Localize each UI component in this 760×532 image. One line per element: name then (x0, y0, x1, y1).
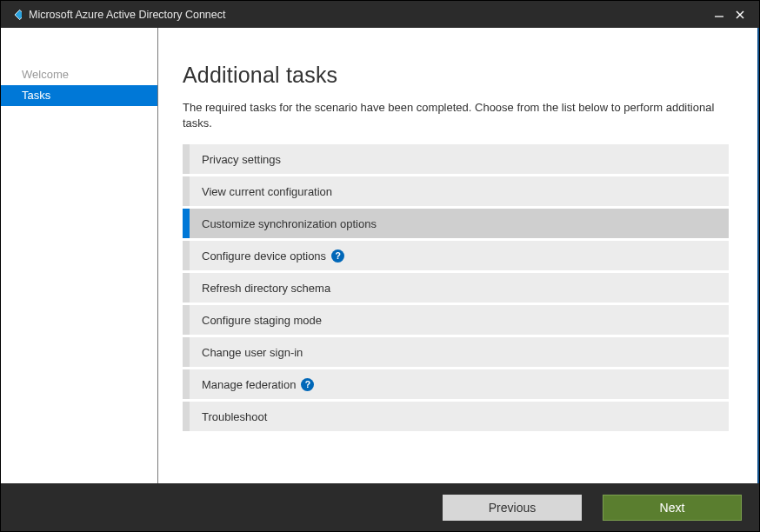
task-configure-staging-mode[interactable]: Configure staging mode (183, 305, 729, 335)
task-label: Change user sign-in (202, 346, 303, 359)
titlebar: Microsoft Azure Active Directory Connect (1, 1, 759, 28)
minimize-button[interactable] (709, 4, 730, 25)
previous-button[interactable]: Previous (443, 495, 582, 521)
task-view-current-configuration[interactable]: View current configuration (183, 176, 729, 206)
task-accent-bar (183, 176, 190, 206)
task-troubleshoot[interactable]: Troubleshoot (183, 402, 729, 431)
task-accent-bar (183, 337, 190, 367)
sidebar-item-label: Welcome (22, 68, 69, 81)
task-change-user-sign-in[interactable]: Change user sign-in (183, 337, 729, 367)
task-label: Refresh directory schema (202, 282, 330, 295)
task-manage-federation[interactable]: Manage federation ? (183, 369, 729, 399)
next-button[interactable]: Next (603, 495, 742, 521)
task-label: Configure device options (202, 249, 326, 263)
sidebar-item-welcome[interactable]: Welcome (1, 64, 157, 85)
task-accent-bar (183, 273, 190, 303)
sidebar: Welcome Tasks (1, 28, 158, 483)
task-accent-bar (183, 369, 190, 399)
task-list: Privacy settings View current configurat… (183, 144, 729, 431)
task-label: View current configuration (202, 185, 332, 198)
footer: Previous Next (1, 483, 759, 531)
task-label: Customize synchronization options (202, 217, 377, 230)
body: Welcome Tasks Additional tasks The requi… (1, 28, 759, 483)
task-accent-bar (183, 305, 190, 335)
window: Microsoft Azure Active Directory Connect… (0, 0, 760, 532)
page-heading: Additional tasks (183, 63, 733, 88)
task-customize-synchronization-options[interactable]: Customize synchronization options (183, 209, 729, 238)
page-description: The required tasks for the scenario have… (183, 100, 730, 130)
task-accent-bar (183, 209, 190, 238)
sidebar-item-tasks[interactable]: Tasks (1, 85, 157, 106)
sidebar-item-label: Tasks (22, 89, 50, 102)
task-privacy-settings[interactable]: Privacy settings (183, 144, 729, 174)
task-configure-device-options[interactable]: Configure device options ? (183, 241, 729, 270)
help-icon[interactable]: ? (331, 249, 344, 263)
main-content: Additional tasks The required tasks for … (158, 28, 757, 483)
task-label: Configure staging mode (202, 314, 322, 327)
task-accent-bar (183, 241, 190, 270)
task-accent-bar (183, 144, 190, 174)
task-accent-bar (183, 402, 190, 431)
task-label: Manage federation (202, 378, 296, 391)
azure-logo-icon (8, 8, 22, 22)
task-refresh-directory-schema[interactable]: Refresh directory schema (183, 273, 729, 303)
window-title: Microsoft Azure Active Directory Connect (29, 9, 225, 21)
close-button[interactable] (730, 4, 750, 25)
help-icon[interactable]: ? (301, 378, 314, 391)
task-label: Privacy settings (202, 153, 281, 166)
task-label: Troubleshoot (202, 410, 267, 423)
